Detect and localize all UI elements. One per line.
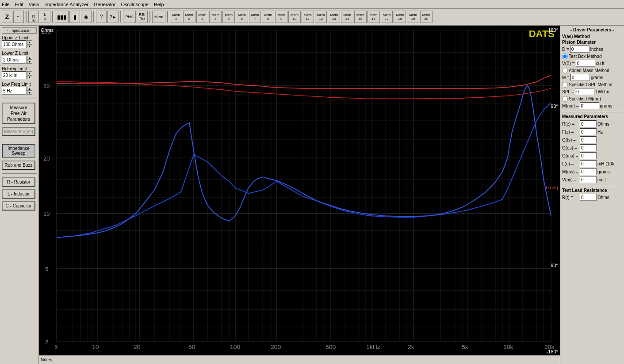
specified-spl-label: Specified SPL Method — [569, 82, 613, 87]
vb-input[interactable] — [576, 60, 595, 67]
lo-freq-input[interactable] — [2, 87, 27, 95]
mmd-input[interactable] — [580, 102, 599, 109]
fs-input[interactable] — [580, 128, 597, 135]
impedance-z-group: - Impedance - — [2, 27, 37, 34]
mem-9-btn[interactable]: Mem9 — [275, 11, 287, 23]
measure-vas-btn[interactable]: Measure V(as) — [2, 127, 35, 136]
mem-11-btn[interactable]: Mem11 — [302, 11, 314, 23]
vas-input[interactable] — [580, 176, 597, 183]
m-input[interactable] — [570, 74, 590, 81]
mem-19-btn[interactable]: Mem19 — [407, 11, 419, 23]
panel-sep-1 — [562, 112, 622, 112]
qms-input[interactable] — [580, 152, 597, 159]
svg-text:5: 5 — [54, 343, 58, 350]
menu-generator[interactable]: Generator — [94, 2, 116, 7]
hi-freq-down-btn[interactable]: ▼ — [27, 75, 32, 79]
vb-label: V(B) = — [562, 61, 575, 66]
mem-12-btn[interactable]: Mem12 — [315, 11, 327, 23]
svg-text:50: 50 — [43, 83, 50, 89]
le-input[interactable] — [580, 160, 597, 167]
menu-file[interactable]: File — [2, 2, 10, 7]
vas-label: V(as) = — [562, 177, 579, 182]
lo-freq-up-btn[interactable]: ▲ — [27, 87, 32, 91]
mem-18-btn[interactable]: Mem18 — [394, 11, 406, 23]
menu-oscilloscope[interactable]: Oscilloscope — [121, 2, 149, 7]
menu-help[interactable]: Help — [154, 2, 164, 7]
upper-z-down-btn[interactable]: ▼ — [27, 44, 32, 48]
lr-btn[interactable]: LR — [40, 11, 50, 23]
impedance-sweep-btn[interactable]: ImpedanceSweep — [2, 144, 35, 158]
mem-16-btn[interactable]: Mem16 — [368, 11, 380, 23]
qts-row: Q(ts) = — [562, 136, 622, 143]
sine-btn[interactable]: ~ — [13, 11, 24, 23]
help-btn[interactable]: ? — [96, 11, 107, 23]
mem-2-btn[interactable]: Mem2 — [183, 11, 195, 23]
qts-input[interactable] — [580, 136, 597, 143]
re-im-btn[interactable]: RE/ℑM — [137, 11, 148, 23]
r-resistor-btn[interactable]: R - Resistor — [2, 177, 35, 187]
lo-freq-down-btn[interactable]: ▼ — [27, 91, 32, 95]
menu-impedance-analyzer[interactable]: Impedance Analyzer — [44, 2, 88, 7]
mem-10-btn[interactable]: Mem10 — [288, 11, 301, 23]
z-btn[interactable]: Z — [2, 11, 12, 23]
c-capacitor-btn[interactable]: C - Capacitor — [2, 201, 35, 211]
rt-input[interactable] — [580, 194, 597, 201]
qes-input[interactable] — [580, 144, 597, 151]
rub-buzz-btn[interactable]: Rub and Buzz — [2, 161, 35, 170]
re-row: R(e) = Ohms — [562, 120, 622, 127]
mem-7-btn[interactable]: Mem7 — [249, 11, 261, 23]
lower-z-up-btn[interactable]: ▲ — [27, 56, 32, 60]
right-panel: - Driver Parameters - V(as) Method Pisto… — [560, 26, 624, 364]
lower-z-input[interactable] — [2, 56, 27, 64]
mms-row: M(ms) = grams — [562, 168, 622, 175]
logger-btn[interactable]: ◉ — [81, 11, 92, 23]
bar-btn[interactable]: ▮ — [69, 11, 80, 23]
upper-z-up-btn[interactable]: ▲ — [27, 40, 32, 44]
mem-main-btn[interactable]: Mem — [152, 11, 165, 23]
y-axis-right-0: 0 deg — [546, 185, 558, 190]
hi-freq-input[interactable] — [2, 71, 27, 79]
spl-label: SPL = — [562, 89, 574, 94]
mem-15-btn[interactable]: Mem15 — [354, 11, 367, 23]
upper-z-input[interactable] — [2, 40, 27, 48]
mem-6-btn[interactable]: Mem6 — [236, 11, 248, 23]
multimeter-btn[interactable]: ▮▮▮ — [55, 11, 69, 23]
mem-4-btn[interactable]: Mem4 — [209, 11, 222, 23]
l-inductor-btn[interactable]: L - Inductor — [2, 189, 35, 199]
lr-in-btn[interactable]: LRIN — [28, 11, 39, 23]
help2-btn[interactable]: ?► — [107, 11, 119, 23]
specified-spl-radio[interactable] — [562, 82, 568, 88]
pha-btn[interactable]: PHA — [123, 11, 136, 23]
spl-unit: 1W/1m — [595, 89, 609, 94]
menu-view[interactable]: View — [29, 2, 39, 7]
menu-edit[interactable]: Edit — [15, 2, 23, 7]
d-input[interactable] — [570, 46, 590, 53]
m-unit: grams — [591, 75, 603, 80]
qts-label: Q(ts) = — [562, 138, 579, 142]
mem-17-btn[interactable]: Mem17 — [381, 11, 393, 23]
sidebar-divider-2 — [2, 140, 37, 140]
test-box-radio[interactable] — [562, 54, 568, 59]
qms-row: Q(ms) = — [562, 152, 622, 159]
mem-8-btn[interactable]: Mem8 — [262, 11, 274, 23]
mms-input[interactable] — [580, 168, 597, 175]
measure-free-air-btn[interactable]: MeasureFree-AirParameters — [2, 103, 35, 124]
panel-sep-2 — [562, 186, 622, 186]
m-label: M = — [562, 75, 570, 80]
qes-row: Q(es) = — [562, 144, 622, 151]
hi-freq-up-btn[interactable]: ▲ — [27, 71, 32, 75]
re-input[interactable] — [580, 120, 597, 127]
mem-20-btn[interactable]: Mem20 — [420, 11, 433, 23]
mem-3-btn[interactable]: Mem3 — [196, 11, 209, 23]
mem-5-btn[interactable]: Mem5 — [222, 11, 235, 23]
lo-freq-label: Low Freq Limit — [2, 82, 37, 87]
lower-z-spinbox-btns: ▲ ▼ — [27, 56, 32, 64]
mem-14-btn[interactable]: Mem14 — [341, 11, 353, 23]
specified-mmd-radio[interactable] — [562, 96, 568, 102]
spl-input[interactable] — [575, 88, 594, 95]
added-mass-radio[interactable] — [562, 68, 568, 73]
mem-1-btn[interactable]: Mem1 — [170, 11, 182, 23]
qms-label: Q(ms) = — [562, 153, 579, 158]
mem-13-btn[interactable]: Mem13 — [328, 11, 340, 23]
lower-z-down-btn[interactable]: ▼ — [27, 60, 32, 64]
